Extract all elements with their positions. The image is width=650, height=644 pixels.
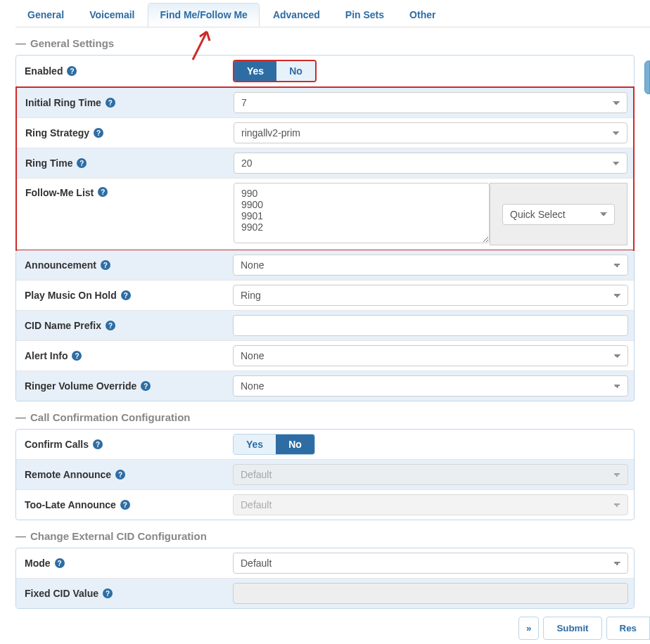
panel-general: Enabled ? Yes No xyxy=(15,55,635,87)
label-announcement: Announcement xyxy=(25,259,96,271)
collapse-icon[interactable]: — xyxy=(15,411,26,423)
label-ring-strategy: Ring Strategy xyxy=(25,127,89,139)
label-confirm-calls: Confirm Calls xyxy=(25,439,89,450)
tab-pin-sets[interactable]: Pin Sets xyxy=(333,3,396,27)
help-icon[interactable]: ? xyxy=(67,66,77,76)
toggle-enabled-yes[interactable]: Yes xyxy=(234,61,276,81)
quick-select-container: Quick Select xyxy=(490,183,627,245)
help-icon[interactable]: ? xyxy=(72,351,82,361)
tab-advanced[interactable]: Advanced xyxy=(261,3,332,27)
label-cid-name-prefix: CID Name Prefix xyxy=(25,320,101,331)
help-icon[interactable]: ? xyxy=(101,260,110,270)
toggle-enabled-no[interactable]: No xyxy=(276,61,315,81)
label-alert-info: Alert Info xyxy=(25,350,68,361)
help-icon[interactable]: ? xyxy=(120,500,130,510)
tab-voicemail[interactable]: Voicemail xyxy=(77,3,146,27)
toggle-enabled: Yes No xyxy=(233,60,317,82)
floating-action-bar: » Submit Res xyxy=(518,617,650,617)
select-ring-time[interactable]: 20 xyxy=(234,153,627,174)
panel-call-confirm: Confirm Calls ? Yes No Remote Announce ?… xyxy=(15,429,635,520)
panel-external-cid: Mode ? Default Fixed CID Value ? xyxy=(15,548,635,609)
toggle-confirm-yes[interactable]: Yes xyxy=(234,434,276,454)
select-too-late-announce: Default xyxy=(233,494,628,515)
highlighted-config-panel: Initial Ring Time ? 7 Ring Strategy ? ri… xyxy=(15,86,635,251)
select-ring-strategy[interactable]: ringallv2-prim xyxy=(234,122,627,143)
label-mode: Mode xyxy=(25,558,51,569)
select-initial-ring-time[interactable]: 7 xyxy=(234,92,627,113)
select-quick-select[interactable]: Quick Select xyxy=(502,204,615,225)
help-icon[interactable]: ? xyxy=(55,558,65,568)
input-cid-name-prefix[interactable] xyxy=(233,315,628,336)
help-icon[interactable]: ? xyxy=(121,290,131,300)
section-title-call-confirm: — Call Confirmation Configuration xyxy=(15,401,635,429)
select-remote-announce: Default xyxy=(233,464,628,485)
help-icon[interactable]: ? xyxy=(141,381,151,391)
help-icon[interactable]: ? xyxy=(98,187,108,197)
tab-general[interactable]: General xyxy=(15,3,76,27)
section-title-external-cid: — Change External CID Configuration xyxy=(15,520,635,548)
select-ringer-volume-override[interactable]: None xyxy=(233,375,628,397)
input-fixed-cid-value xyxy=(233,583,628,604)
label-ring-time: Ring Time xyxy=(25,157,72,169)
toggle-confirm-calls: Yes No xyxy=(233,434,315,455)
submit-button[interactable]: Submit xyxy=(543,617,601,617)
tab-other[interactable]: Other xyxy=(397,3,447,27)
select-announcement[interactable]: None xyxy=(233,255,628,276)
label-follow-me-list: Follow-Me List xyxy=(25,187,94,198)
collapse-icon[interactable]: — xyxy=(15,530,26,542)
tab-bar: General Voicemail Find Me/Follow Me Adva… xyxy=(15,3,650,27)
label-too-late-announce: Too-Late Announce xyxy=(25,499,116,510)
reset-button[interactable]: Res xyxy=(606,617,650,617)
section-title-general: — General Settings xyxy=(15,27,635,55)
select-play-music-on-hold[interactable]: Ring xyxy=(233,285,628,306)
textarea-follow-me-list[interactable]: 990 9900 9901 9902 xyxy=(234,183,490,243)
select-alert-info[interactable]: None xyxy=(233,345,628,366)
label-ringer-volume-override: Ringer Volume Override xyxy=(25,380,136,392)
toggle-confirm-no[interactable]: No xyxy=(276,434,314,454)
label-enabled: Enabled xyxy=(25,65,63,77)
help-icon[interactable]: ? xyxy=(106,98,115,108)
help-icon[interactable]: ? xyxy=(94,128,103,138)
select-mode[interactable]: Default xyxy=(233,553,628,574)
tab-find-me-follow-me[interactable]: Find Me/Follow Me xyxy=(148,3,259,27)
help-icon[interactable]: ? xyxy=(93,439,103,449)
label-initial-ring-time: Initial Ring Time xyxy=(25,97,101,108)
help-icon[interactable]: ? xyxy=(106,321,115,330)
help-icon[interactable]: ? xyxy=(77,158,87,168)
side-drawer-handle[interactable] xyxy=(644,60,650,94)
label-play-music-on-hold: Play Music On Hold xyxy=(25,290,117,301)
collapse-icon[interactable]: — xyxy=(15,37,26,49)
help-icon[interactable]: ? xyxy=(115,470,125,479)
chevron-collapse-button[interactable]: » xyxy=(518,617,539,617)
label-remote-announce: Remote Announce xyxy=(25,469,111,480)
label-fixed-cid-value: Fixed CID Value xyxy=(25,588,98,599)
panel-general-cont: Announcement ? None Play Music On Hold ?… xyxy=(15,250,635,401)
help-icon[interactable]: ? xyxy=(103,588,113,598)
